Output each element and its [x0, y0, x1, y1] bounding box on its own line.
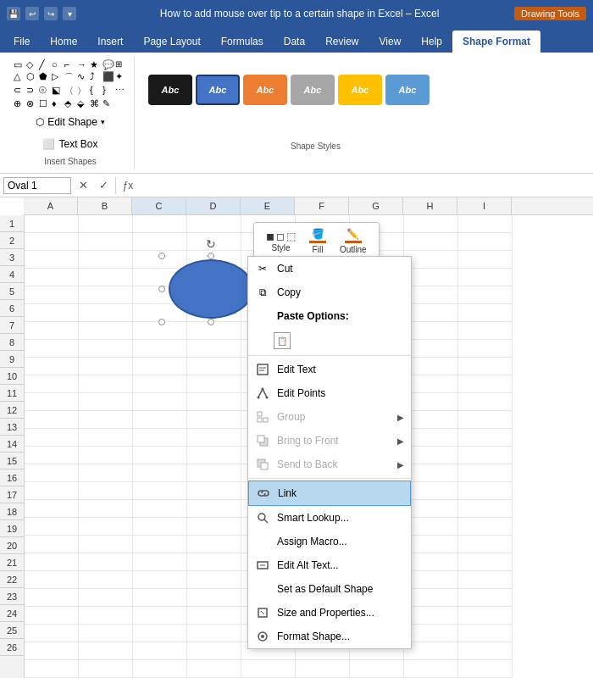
cell-b7[interactable] [79, 322, 133, 339]
rotate-handle-icon[interactable]: ↻ [206, 237, 216, 251]
menu-item-edit-text[interactable]: Edit Text [248, 358, 411, 381]
cell-d14[interactable] [187, 447, 241, 464]
insert-function-icon[interactable]: ƒx [119, 177, 136, 194]
shape-line-icon[interactable]: ╱ [39, 59, 51, 70]
cell-d23[interactable] [187, 607, 241, 624]
cell-i5[interactable] [458, 286, 513, 303]
shape-s22-icon[interactable]: ☐ [39, 98, 51, 109]
cell-b9[interactable] [79, 358, 133, 375]
cell-d15[interactable] [187, 464, 241, 481]
shape-s7-icon[interactable]: ∿ [77, 71, 89, 84]
menu-item-paste-row[interactable]: 📋 [248, 328, 411, 353]
cell-a17[interactable] [25, 500, 79, 517]
cell-h1[interactable] [404, 215, 458, 232]
shape-s21-icon[interactable]: ⊗ [26, 98, 38, 109]
menu-item-bring-to-front[interactable]: Bring to Front ▶ [248, 429, 411, 453]
cell-c18[interactable] [133, 518, 187, 535]
cell-h16[interactable] [404, 482, 458, 499]
cell-c13[interactable] [133, 429, 187, 446]
cell-b2[interactable] [79, 233, 133, 250]
menu-item-send-to-back[interactable]: Send to Back ▶ [248, 453, 411, 476]
cell-b15[interactable] [79, 464, 133, 481]
cell-b25[interactable] [79, 642, 133, 659]
shape-style-4[interactable]: Abc [291, 75, 335, 105]
cell-a8[interactable] [25, 340, 79, 357]
edit-shape-button[interactable]: ⬡ Edit Shape ▾ [30, 113, 111, 131]
cell-h15[interactable] [404, 464, 458, 481]
tab-review[interactable]: Review [315, 31, 369, 53]
cell-b12[interactable] [79, 411, 133, 428]
cell-i6[interactable] [458, 304, 513, 321]
title-bar-controls[interactable]: 💾 ↩ ↪ ▾ [7, 7, 76, 20]
cell-h17[interactable] [404, 500, 458, 517]
tab-help[interactable]: Help [411, 31, 452, 53]
cell-h22[interactable] [404, 589, 458, 606]
cell-d20[interactable] [187, 553, 241, 570]
shape-s9-icon[interactable]: ⬛ [103, 71, 114, 84]
shape-callout-icon[interactable]: 💬 [103, 59, 114, 70]
cell-h19[interactable] [404, 536, 458, 553]
cell-d8[interactable] [187, 340, 241, 357]
cell-c17[interactable] [133, 500, 187, 517]
cell-i15[interactable] [458, 464, 513, 481]
text-box-button[interactable]: ⬜ Text Box [36, 135, 103, 153]
cell-c25[interactable] [133, 642, 187, 659]
cell-b11[interactable] [79, 393, 133, 410]
tab-data[interactable]: Data [274, 31, 315, 53]
shape-s8-icon[interactable]: ⤴ [90, 71, 102, 84]
cell-d24[interactable] [187, 625, 241, 642]
cell-h13[interactable] [404, 429, 458, 446]
cell-h6[interactable] [404, 304, 458, 321]
cell-a9[interactable] [25, 358, 79, 375]
menu-item-format-shape[interactable]: Format Shape... [248, 625, 411, 648]
cell-c19[interactable] [133, 536, 187, 553]
shape-s11-icon[interactable]: ⊂ [14, 85, 25, 97]
tab-view[interactable]: View [369, 31, 412, 53]
shape-s17-icon[interactable]: { [90, 85, 102, 97]
cell-d21[interactable] [187, 571, 241, 588]
cell-i16[interactable] [458, 482, 513, 499]
cell-i21[interactable] [458, 571, 513, 588]
cell-c10[interactable] [133, 375, 187, 392]
cell-d26[interactable] [187, 660, 241, 677]
shape-rect-icon[interactable]: ▭ [14, 59, 25, 70]
cell-c23[interactable] [133, 607, 187, 624]
handle-tl[interactable] [158, 253, 165, 259]
cell-b22[interactable] [79, 589, 133, 606]
menu-item-size-and-properties[interactable]: Size and Properties... [248, 601, 411, 625]
cell-i10[interactable] [458, 375, 513, 392]
cell-d19[interactable] [187, 536, 241, 553]
cell-c14[interactable] [133, 447, 187, 464]
cell-a3[interactable] [25, 251, 79, 268]
cell-b16[interactable] [79, 482, 133, 499]
cell-a15[interactable] [25, 464, 79, 481]
cell-b24[interactable] [79, 625, 133, 642]
cell-b17[interactable] [79, 500, 133, 517]
cell-h18[interactable] [404, 518, 458, 535]
paste-clipboard-icon[interactable]: 📋 [274, 332, 291, 349]
cell-b20[interactable] [79, 553, 133, 570]
cell-h26[interactable] [404, 660, 458, 677]
shape-s10-icon[interactable]: ✦ [115, 71, 127, 84]
edit-shape-dropdown-icon[interactable]: ▾ [101, 118, 105, 126]
cell-b26[interactable] [79, 660, 133, 677]
cell-d18[interactable] [187, 518, 241, 535]
cell-b8[interactable] [79, 340, 133, 357]
shape-s18-icon[interactable]: } [103, 85, 114, 97]
shape-s25-icon[interactable]: ⬙ [77, 98, 89, 109]
cell-b13[interactable] [79, 429, 133, 446]
cell-h21[interactable] [404, 571, 458, 588]
cell-i18[interactable] [458, 518, 513, 535]
cell-a13[interactable] [25, 429, 79, 446]
cell-d16[interactable] [187, 482, 241, 499]
cell-h2[interactable] [404, 233, 458, 250]
name-box[interactable]: Oval 1 [3, 177, 71, 194]
handle-bm[interactable] [208, 319, 214, 325]
cell-d12[interactable] [187, 411, 241, 428]
shape-s14-icon[interactable]: ⬕ [52, 85, 64, 97]
cell-c12[interactable] [133, 411, 187, 428]
menu-item-cut[interactable]: ✂ Cut [248, 257, 411, 281]
cell-b1[interactable] [79, 215, 133, 232]
shape-s20-icon[interactable]: ⊕ [14, 98, 25, 109]
cell-a16[interactable] [25, 482, 79, 499]
